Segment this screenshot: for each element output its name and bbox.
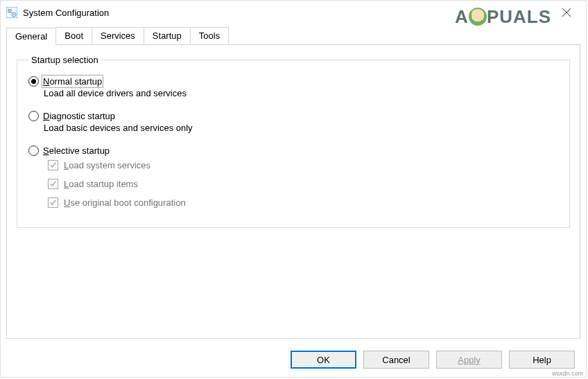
- system-configuration-window: System Configuration APUALS General Boot…: [0, 0, 587, 378]
- tab-tools[interactable]: Tools: [190, 27, 229, 44]
- svg-rect-2: [8, 10, 12, 11]
- apply-button: Apply: [436, 351, 502, 369]
- ok-button[interactable]: OK: [291, 351, 356, 369]
- group-legend: Startup selection: [28, 55, 101, 65]
- tab-boot[interactable]: Boot: [55, 27, 92, 44]
- cancel-button[interactable]: Cancel: [363, 351, 429, 369]
- radio-selective-startup[interactable]: [28, 146, 39, 156]
- check-use-original-boot-row: Use original boot configuration: [48, 197, 558, 208]
- source-watermark: wsxdn.com: [552, 370, 583, 377]
- help-button[interactable]: Help: [509, 351, 575, 369]
- svg-rect-3: [8, 12, 12, 12]
- tab-panel-general: Startup selection Normal startup Load al…: [6, 44, 580, 339]
- label-normal-startup: Normal startup: [43, 76, 102, 87]
- close-button[interactable]: [553, 2, 580, 23]
- option-normal-startup: Normal startup Load all device drivers a…: [28, 76, 558, 98]
- check-load-startup-items-row: Load startup items: [48, 179, 558, 189]
- option-selective-startup: Selective startup: [28, 146, 558, 156]
- check-load-system-services-row: Load system services: [48, 160, 558, 170]
- tab-services[interactable]: Services: [92, 27, 144, 44]
- check-use-original-boot[interactable]: [48, 197, 58, 208]
- app-icon: [6, 7, 17, 18]
- tab-strip: General Boot Services Startup Tools: [6, 27, 580, 44]
- label-selective-startup: Selective startup: [43, 146, 110, 156]
- tab-startup[interactable]: Startup: [144, 27, 191, 44]
- desc-diagnostic-startup: Load basic devices and services only: [44, 123, 558, 133]
- tab-area: General Boot Services Startup Tools Star…: [6, 27, 580, 339]
- titlebar: System Configuration: [1, 1, 586, 24]
- check-load-startup-items[interactable]: [48, 179, 58, 189]
- selective-sub-options: Load system services Load startup items …: [48, 160, 558, 208]
- check-load-system-services[interactable]: [48, 160, 58, 170]
- button-bar: OK Cancel Apply Help: [291, 351, 575, 369]
- option-diagnostic-startup: Diagnostic startup Load basic devices an…: [28, 111, 558, 133]
- label-diagnostic-startup: Diagnostic startup: [43, 111, 115, 121]
- window-title: System Configuration: [23, 8, 553, 18]
- desc-normal-startup: Load all device drivers and services: [44, 88, 558, 98]
- radio-diagnostic-startup[interactable]: [28, 111, 39, 121]
- tab-general[interactable]: General: [6, 28, 56, 45]
- label-use-original-boot: Use original boot configuration: [64, 197, 186, 208]
- label-load-startup-items: Load startup items: [64, 179, 138, 189]
- svg-point-5: [13, 14, 15, 15]
- label-load-system-services: Load system services: [64, 160, 150, 170]
- svg-rect-1: [8, 9, 12, 10]
- startup-selection-group: Startup selection Normal startup Load al…: [17, 55, 570, 228]
- radio-normal-startup[interactable]: [28, 76, 39, 87]
